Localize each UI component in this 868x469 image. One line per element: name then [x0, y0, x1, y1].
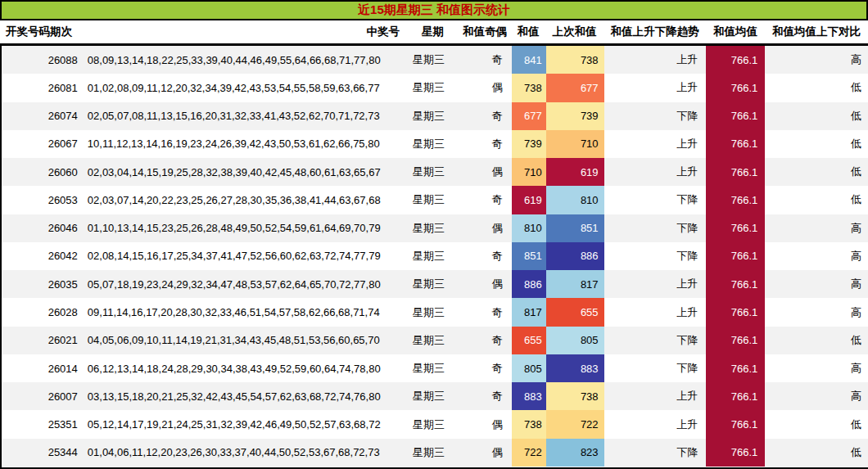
header-prev-sum: 上次和值 [545, 20, 604, 43]
prev-sum-cell: 851 [546, 214, 604, 242]
table-row: 2604202,08,14,15,16,17,25,34,37,41,47,52… [2, 242, 868, 270]
table-row: 2601406,12,13,14,18,24,28,29,30,34,38,43… [2, 354, 868, 382]
numbers-cell: 08,09,13,14,18,22,25,33,39,40,44,46,49,5… [84, 46, 408, 74]
week-cell: 星期三 [408, 354, 459, 382]
prev-sum-cell: 619 [546, 158, 604, 186]
compare-cell: 高 [765, 298, 868, 326]
table-row: 2603505,07,18,19,23,24,29,32,34,47,48,53… [2, 270, 868, 298]
header-period: 开奖号码期次 [0, 20, 82, 43]
mean-cell: 766.1 [706, 382, 765, 410]
period-cell: 25344 [2, 439, 84, 467]
compare-cell: 低 [765, 130, 868, 158]
prev-sum-cell: 805 [546, 327, 604, 354]
numbers-cell: 04,05,06,09,10,11,14,19,21,31,34,43,45,4… [84, 327, 408, 354]
header-compare: 和值均值上下对比 [765, 20, 868, 43]
prev-sum-cell: 677 [546, 74, 604, 101]
week-cell: 星期三 [408, 242, 459, 270]
stats-page: 近15期星期三 和值图示统计 开奖号码期次 中奖号 星期 和值奇偶 和值 上次和… [0, 0, 868, 469]
mean-cell: 766.1 [706, 158, 765, 186]
period-cell: 26074 [2, 102, 84, 130]
mean-cell: 766.1 [706, 298, 765, 326]
week-cell: 星期三 [408, 186, 459, 214]
week-cell: 星期三 [408, 298, 459, 326]
period-cell: 26046 [2, 214, 84, 242]
numbers-cell: 09,11,14,16,17,20,28,30,32,33,46,51,54,5… [84, 298, 408, 326]
mean-cell: 766.1 [706, 74, 765, 101]
table-row: 2606710,11,12,13,14,16,19,23,24,26,39,42… [2, 130, 868, 158]
prev-sum-cell: 883 [546, 354, 604, 382]
parity-cell: 奇 [459, 327, 512, 354]
table-row: 2604601,10,13,14,15,23,25,26,28,48,49,50… [2, 214, 868, 242]
table-body: 2608808,09,13,14,18,22,25,33,39,40,44,46… [0, 46, 868, 469]
week-cell: 星期三 [408, 439, 459, 467]
compare-cell: 高 [765, 46, 868, 74]
sum-cell: 619 [512, 186, 546, 214]
mean-cell: 766.1 [706, 410, 765, 438]
table-row: 2607402,05,07,08,11,13,15,16,20,31,32,33… [2, 102, 868, 130]
period-cell: 26088 [2, 46, 84, 74]
compare-cell: 低 [765, 439, 868, 467]
trend-cell: 下降 [604, 242, 707, 270]
numbers-cell: 03,13,15,18,20,21,25,32,42,43,45,54,57,6… [84, 382, 408, 410]
numbers-cell: 02,05,07,08,11,13,15,16,20,31,32,33,41,4… [84, 102, 408, 130]
parity-cell: 偶 [459, 270, 512, 298]
page-title: 近15期星期三 和值图示统计 [0, 0, 868, 20]
prev-sum-cell: 722 [546, 410, 604, 438]
trend-cell: 下降 [604, 439, 707, 467]
trend-cell: 下降 [604, 214, 707, 242]
numbers-cell: 05,12,14,17,19,21,24,25,31,32,39,42,46,4… [84, 410, 408, 438]
trend-cell: 下降 [604, 186, 707, 214]
mean-cell: 766.1 [706, 214, 765, 242]
mean-cell: 766.1 [706, 46, 765, 74]
sum-cell: 851 [512, 242, 546, 270]
week-cell: 星期三 [408, 214, 459, 242]
mean-cell: 766.1 [706, 242, 765, 270]
period-cell: 25351 [2, 410, 84, 438]
numbers-cell: 01,02,08,09,11,12,20,32,34,39,42,43,53,5… [84, 74, 408, 101]
week-cell: 星期三 [408, 327, 459, 354]
sum-cell: 841 [512, 46, 546, 74]
header-trend: 和值上升下降趋势 [604, 20, 706, 43]
header-mean: 和值均值 [706, 20, 765, 43]
prev-sum-cell: 817 [546, 270, 604, 298]
trend-cell: 上升 [604, 158, 707, 186]
numbers-cell: 02,03,07,14,20,22,23,25,26,27,28,30,35,3… [84, 186, 408, 214]
period-cell: 26021 [2, 327, 84, 354]
table-row: 2608101,02,08,09,11,12,20,32,34,39,42,43… [2, 74, 868, 101]
period-cell: 26042 [2, 242, 84, 270]
header-parity: 和值奇偶 [459, 20, 511, 43]
trend-cell: 下降 [604, 354, 707, 382]
numbers-cell: 01,04,06,11,12,20,23,26,30,33,37,40,44,5… [84, 439, 408, 467]
numbers-cell: 02,03,04,14,15,19,25,28,32,38,39,40,42,4… [84, 158, 408, 186]
mean-cell: 766.1 [706, 354, 765, 382]
parity-cell: 奇 [459, 186, 512, 214]
week-cell: 星期三 [408, 74, 459, 101]
prev-sum-cell: 886 [546, 242, 604, 270]
trend-cell: 上升 [604, 382, 707, 410]
compare-cell: 高 [765, 242, 868, 270]
sum-cell: 655 [512, 327, 546, 354]
table-row: 2535105,12,14,17,19,21,24,25,31,32,39,42… [2, 410, 868, 438]
sum-cell: 710 [512, 158, 546, 186]
header-sum: 和值 [511, 20, 545, 43]
compare-cell: 低 [765, 186, 868, 214]
compare-cell: 低 [765, 410, 868, 438]
table-row: 2608808,09,13,14,18,22,25,33,39,40,44,46… [2, 46, 868, 74]
table-row: 2534401,04,06,11,12,20,23,26,30,33,37,40… [2, 439, 868, 467]
week-cell: 星期三 [408, 382, 459, 410]
mean-cell: 766.1 [706, 270, 765, 298]
period-cell: 26081 [2, 74, 84, 101]
header-week: 星期 [407, 20, 459, 43]
numbers-cell: 05,07,18,19,23,24,29,32,34,47,48,53,57,6… [84, 270, 408, 298]
sum-cell: 886 [512, 270, 546, 298]
table-row: 2606002,03,04,14,15,19,25,28,32,38,39,40… [2, 158, 868, 186]
parity-cell: 偶 [459, 214, 512, 242]
mean-cell: 766.1 [706, 102, 765, 130]
parity-cell: 奇 [459, 242, 512, 270]
table-row: 2605302,03,07,14,20,22,23,25,26,27,28,30… [2, 186, 868, 214]
mean-cell: 766.1 [706, 327, 765, 354]
prev-sum-cell: 710 [546, 130, 604, 158]
trend-cell: 上升 [604, 130, 707, 158]
table-header: 开奖号码期次 中奖号 星期 和值奇偶 和值 上次和值 和值上升下降趋势 和值均值… [0, 20, 868, 46]
sum-cell: 817 [512, 298, 546, 326]
